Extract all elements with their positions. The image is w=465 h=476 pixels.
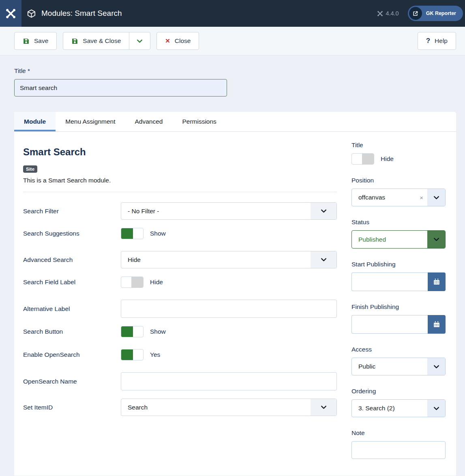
search-suggestions-toggle[interactable]: [121, 228, 144, 239]
alternative-label-input[interactable]: [121, 300, 337, 318]
publishing-sidebar: Title Hide Position offcanvas ×: [351, 142, 446, 471]
chevron-down-icon: [427, 358, 445, 375]
title-show-toggle[interactable]: [351, 153, 374, 165]
tab-permissions-label: Permissions: [182, 118, 216, 125]
sidebar-group-note: Note: [351, 429, 446, 459]
calendar-icon: [433, 321, 440, 328]
save-close-button[interactable]: Save & Close: [63, 32, 129, 50]
field-row-alternative-label: Alternative Label: [23, 300, 337, 318]
finish-publishing-calendar-button[interactable]: [428, 315, 446, 334]
edit-card: Module Menu Assignment Advanced Permissi…: [14, 112, 456, 476]
close-button-label: Close: [175, 37, 191, 45]
chevron-down-icon: [311, 203, 336, 219]
search-field-label-toggle[interactable]: [121, 277, 144, 288]
save-options-dropdown-button[interactable]: [129, 32, 150, 50]
chevron-down-icon: [427, 231, 445, 248]
page-title-text: Modules: Smart Search: [41, 9, 122, 18]
chevron-down-icon: [427, 400, 445, 417]
field-row-search-suggestions: Search Suggestions Show: [23, 228, 337, 239]
site-badge: Site: [23, 165, 37, 173]
advanced-search-select[interactable]: Hide: [121, 251, 337, 268]
calendar-icon: [433, 278, 440, 285]
chevron-down-icon: [311, 399, 336, 416]
module-title-input[interactable]: [14, 79, 227, 96]
search-suggestions-label: Search Suggestions: [23, 230, 121, 237]
note-input[interactable]: [351, 441, 446, 459]
start-publishing-input[interactable]: [351, 272, 428, 291]
save-close-button-label: Save & Close: [83, 37, 121, 45]
access-value: Public: [352, 363, 427, 370]
ordering-select[interactable]: 3. Search (2): [351, 399, 446, 417]
save-close-floppy-icon: [71, 38, 78, 45]
question-icon: ?: [426, 37, 430, 45]
position-label: Position: [351, 177, 446, 184]
search-filter-value: - No Filter -: [121, 208, 311, 215]
module-description: This is a Smart Search module.: [23, 177, 337, 184]
search-field-label-state: Hide: [150, 279, 163, 286]
chevron-down-icon: [427, 189, 445, 206]
access-label: Access: [351, 346, 446, 353]
set-itemid-select[interactable]: Search: [121, 399, 337, 416]
search-button-state: Show: [150, 328, 166, 335]
tab-menu-assignment-label: Menu Assignment: [65, 118, 115, 125]
search-suggestions-state: Show: [150, 230, 166, 237]
search-filter-select[interactable]: - No Filter -: [121, 202, 337, 220]
enable-opensearch-toggle[interactable]: [121, 349, 144, 360]
tab-advanced-label: Advanced: [135, 118, 163, 125]
position-value: offcanvas: [352, 194, 420, 201]
user-menu-button[interactable]: GK Reporter: [408, 6, 463, 21]
help-button-label: Help: [435, 37, 448, 45]
field-row-enable-opensearch: Enable OpenSearch Yes: [23, 349, 337, 360]
toggle-knob: [362, 154, 374, 164]
opensearch-name-label: OpenSearch Name: [23, 378, 121, 385]
set-itemid-label: Set ItemID: [23, 404, 121, 411]
finish-publishing-input[interactable]: [351, 315, 428, 334]
finish-publishing-label: Finish Publishing: [351, 303, 446, 311]
opensearch-name-input[interactable]: [121, 372, 337, 390]
save-button-label: Save: [34, 37, 48, 45]
toolbar: Save Save & Close ✕ Close ? Help: [0, 27, 465, 56]
sidebar-group-finish-publishing: Finish Publishing: [351, 303, 446, 334]
toggle-knob: [121, 326, 133, 337]
field-row-opensearch-name: OpenSearch Name: [23, 372, 337, 390]
advanced-search-label: Advanced Search: [23, 256, 121, 264]
tab-advanced[interactable]: Advanced: [125, 112, 172, 131]
tab-permissions[interactable]: Permissions: [172, 112, 226, 131]
external-link-icon: [409, 7, 422, 20]
sidebar-group-ordering: Ordering 3. Search (2): [351, 388, 446, 417]
close-x-icon: ✕: [165, 37, 170, 45]
status-select[interactable]: Published: [351, 230, 446, 249]
save-close-button-group: Save & Close: [63, 32, 150, 50]
joomla-logo-button[interactable]: [0, 0, 21, 27]
field-row-search-filter: Search Filter - No Filter -: [23, 202, 337, 220]
tab-bar: Module Menu Assignment Advanced Permissi…: [14, 112, 456, 132]
position-select[interactable]: offcanvas ×: [351, 189, 446, 206]
status-value: Published: [352, 236, 427, 243]
start-publishing-label: Start Publishing: [351, 261, 446, 268]
title-toggle-state: Hide: [381, 155, 394, 163]
joomla-version: 4.4.0: [377, 10, 399, 17]
field-row-search-button: Search Button Show: [23, 326, 337, 337]
search-button-toggle[interactable]: [121, 326, 144, 337]
save-button[interactable]: Save: [14, 32, 57, 50]
field-row-advanced-search: Advanced Search Hide: [23, 251, 337, 268]
search-field-label-label: Search Field Label: [23, 279, 121, 286]
ordering-label: Ordering: [351, 388, 446, 395]
advanced-search-value: Hide: [121, 256, 311, 264]
tab-menu-assignment[interactable]: Menu Assignment: [56, 112, 125, 131]
sidebar-group-start-publishing: Start Publishing: [351, 261, 446, 291]
field-row-set-itemid: Set ItemID Search: [23, 399, 337, 416]
start-publishing-calendar-button[interactable]: [428, 272, 446, 291]
help-button[interactable]: ? Help: [418, 32, 456, 50]
tab-module[interactable]: Module: [14, 112, 56, 131]
search-button-label: Search Button: [23, 328, 121, 335]
chevron-down-icon: [311, 251, 336, 268]
save-floppy-icon: [23, 38, 30, 45]
access-select[interactable]: Public: [351, 358, 446, 375]
status-label: Status: [351, 219, 446, 226]
toggle-knob: [121, 228, 133, 239]
close-button[interactable]: ✕ Close: [156, 32, 199, 50]
sidebar-group-access: Access Public: [351, 346, 446, 375]
clear-position-icon[interactable]: ×: [420, 194, 423, 201]
module-options-column: Smart Search Site This is a Smart Search…: [23, 142, 337, 471]
